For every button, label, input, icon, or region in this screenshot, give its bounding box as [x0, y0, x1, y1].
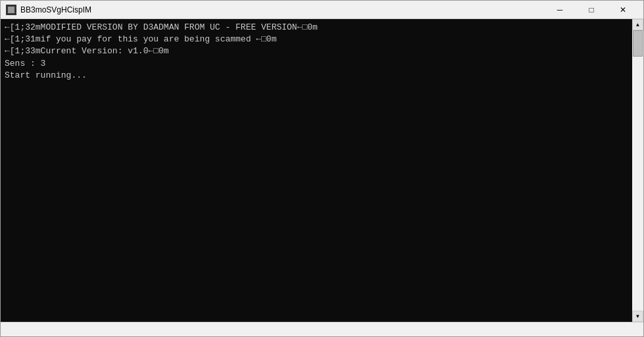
main-window: BB3moSVgHCispIM ─ □ ✕ ←[1;32mMODIFIED VE…	[0, 0, 644, 337]
terminal-line-4: Sens : 3	[5, 59, 45, 68]
app-icon	[6, 5, 16, 15]
scroll-up-button[interactable]: ▲	[632, 19, 643, 30]
terminal-line-5: Start running...	[5, 70, 87, 80]
terminal-line-1: ←[1;32mMODIFIED VERSION BY D3ADMAN FROM …	[5, 22, 318, 32]
maximize-button[interactable]: □	[576, 1, 607, 19]
close-button[interactable]: ✕	[608, 1, 638, 19]
scrollbar-thumb[interactable]	[633, 30, 643, 57]
title-bar: BB3moSVgHCispIM ─ □ ✕	[1, 1, 643, 19]
terminal-line-3: ←[1;33mCurrent Version: v1.0←□0m	[5, 46, 169, 56]
window-controls: ─ □ ✕	[545, 1, 638, 19]
scrollbar-track	[632, 30, 643, 311]
scroll-down-button[interactable]: ▼	[632, 311, 643, 322]
terminal-body: ←[1;32mMODIFIED VERSION BY D3ADMAN FROM …	[1, 19, 643, 322]
window-title: BB3moSVgHCispIM	[20, 5, 91, 14]
terminal-line-2: ←[1;31mif you pay for this you are being…	[5, 34, 276, 44]
scrollbar[interactable]: ▲ ▼	[632, 19, 643, 322]
title-bar-left: BB3moSVgHCispIM	[6, 5, 91, 15]
status-bar	[1, 322, 643, 336]
minimize-button[interactable]: ─	[545, 1, 575, 19]
terminal-output: ←[1;32mMODIFIED VERSION BY D3ADMAN FROM …	[5, 22, 639, 82]
